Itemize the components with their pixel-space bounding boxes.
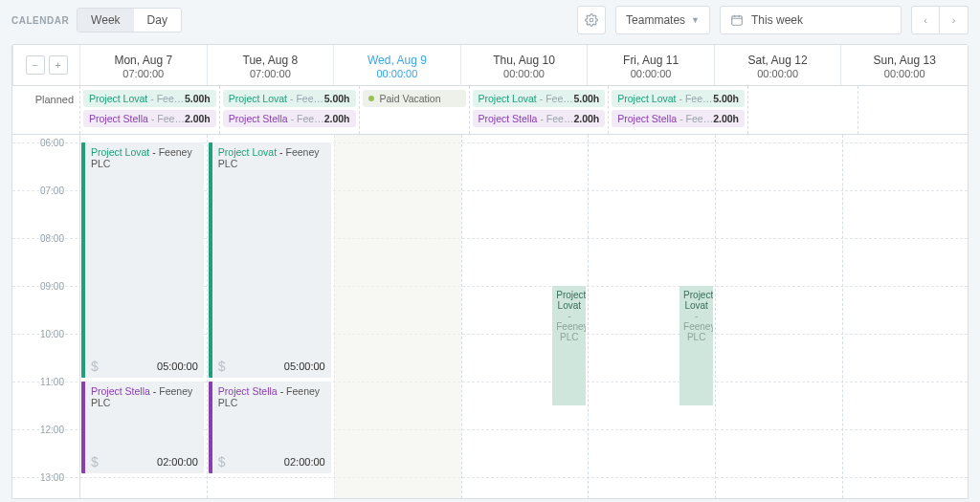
day-label: Thu, Aug 10 [465, 53, 584, 68]
zoom-controls: − + [12, 45, 79, 85]
chevron-left-icon: ‹ [924, 14, 927, 26]
status-dot-icon [368, 96, 374, 101]
day-label: Mon, Aug 7 [84, 53, 203, 68]
time-entry[interactable]: Project Lovat - Feeney PLC$05:00:00 [209, 142, 331, 378]
time-entry[interactable]: Project Stella - Feeney PLC$02:00:00 [209, 382, 331, 473]
chip-project: Project Stella [89, 113, 148, 124]
dollar-icon: $ [218, 454, 226, 469]
entry-project: Project Stella [218, 385, 278, 397]
chip-project: Project Stella [479, 113, 538, 124]
planned-fri[interactable]: Project Lovat - Fee…5.00hProject Stella … [608, 86, 747, 134]
planned-chip[interactable]: Paid Vacation [363, 90, 466, 107]
settings-button[interactable] [577, 6, 606, 34]
entry-footer: $05:00:00 [218, 359, 325, 374]
planned-chip[interactable]: Project Stella - Fee…2.00h [83, 110, 216, 127]
chip-project: Project Lovat [617, 93, 676, 104]
planned-label: Planned [12, 86, 79, 134]
plus-icon: + [55, 59, 60, 71]
next-range-button[interactable]: › [940, 6, 969, 34]
chip-hours: 2.00h [324, 113, 350, 124]
chip-hours: 2.00h [713, 113, 739, 124]
chip-hours: 5.00h [573, 93, 599, 104]
day-header-sat[interactable]: Sat, Aug 1200:00:00 [714, 45, 841, 85]
range-label: This week [751, 13, 803, 27]
planned-chip[interactable]: Project Stella - Fee…2.00h [612, 110, 745, 127]
hour-label: 10:00 [12, 329, 70, 339]
hour-label: 13:00 [12, 472, 70, 483]
day-header-fri[interactable]: Fri, Aug 1100:00:00 [587, 45, 714, 85]
chevron-down-icon: ▼ [691, 15, 700, 25]
planned-chip[interactable]: Project Lovat - Fee…5.00h [83, 90, 216, 107]
day-header-wed[interactable]: Wed, Aug 900:00:00 [333, 45, 460, 85]
hour-label: 06:00 [12, 138, 70, 148]
entry-project: ProjectLovat [683, 290, 709, 311]
planned-mon[interactable]: Project Lovat - Fee…5.00hProject Stella … [79, 86, 219, 134]
day-label: Sat, Aug 12 [719, 53, 837, 68]
chip-project: Project Stella [229, 113, 288, 124]
teammates-dropdown[interactable]: Teammates ▼ [615, 6, 710, 34]
planned-thu[interactable]: Project Lovat - Fee…5.00hProject Stella … [469, 86, 609, 134]
planned-block[interactable]: ProjectLovat-FeeneyPLC [679, 286, 713, 405]
dollar-icon: $ [218, 359, 226, 374]
time-entry[interactable]: Project Lovat - Feeney PLC$05:00:00 [81, 142, 204, 378]
chip-client: - Fee… [679, 113, 713, 124]
planned-block[interactable]: ProjectLovat-FeeneyPLC [552, 286, 586, 405]
chip-client: - Fee… [679, 93, 714, 104]
toolbar-left: CALENDAR Week Day [11, 8, 182, 33]
toolbar-right: Teammates ▼ This week ‹ › [577, 6, 969, 34]
date-range-picker[interactable]: This week [720, 6, 902, 34]
chip-hours: 5.00h [185, 93, 211, 104]
chip-client: - Fee… [540, 113, 573, 124]
day-hours: 00:00:00 [338, 68, 457, 79]
chip-client: - Fee… [151, 113, 185, 124]
planned-chip[interactable]: Project Lovat - Fee…5.00h [473, 90, 606, 107]
svg-rect-1 [732, 16, 743, 25]
dollar-icon: $ [91, 454, 99, 469]
day-header-sun[interactable]: Sun, Aug 1300:00:00 [840, 45, 968, 85]
planned-chip[interactable]: Project Stella - Fee…2.00h [223, 110, 356, 127]
day-label: Wed, Aug 9 [338, 53, 457, 68]
planned-sun[interactable] [858, 86, 968, 134]
planned-chip[interactable]: Project Lovat - Fee…5.00h [612, 90, 745, 107]
time-entry[interactable]: Project Stella - Feeney PLC$02:00:00 [81, 382, 204, 473]
day-hours: 07:00:00 [84, 68, 203, 79]
dollar-icon: $ [91, 359, 99, 374]
entry-duration: 02:00:00 [157, 456, 198, 468]
chip-hours: 5.00h [713, 93, 739, 104]
zoom-out-button[interactable]: − [26, 55, 45, 75]
teammates-label: Teammates [626, 13, 685, 27]
day-header-tue[interactable]: Tue, Aug 807:00:00 [207, 45, 334, 85]
entry-footer: $02:00:00 [91, 454, 198, 469]
day-hours: 07:00:00 [212, 68, 330, 79]
chip-project: Project Lovat [229, 93, 287, 104]
planned-wed[interactable]: Paid Vacation [359, 86, 469, 134]
planned-chip[interactable]: Project Stella - Fee…2.00h [473, 110, 606, 127]
chip-hours: 2.00h [573, 113, 599, 124]
prev-range-button[interactable]: ‹ [911, 6, 940, 34]
entry-footer: $05:00:00 [91, 359, 198, 374]
day-header-mon[interactable]: Mon, Aug 707:00:00 [79, 45, 207, 85]
planned-chip[interactable]: Project Lovat - Fee…5.00h [223, 90, 356, 107]
time-grid[interactable]: 06:0007:0008:0009:0010:0011:0012:0013:00… [12, 135, 968, 498]
day-header-thu[interactable]: Thu, Aug 1000:00:00 [460, 45, 588, 85]
chip-label: Paid Vacation [380, 93, 441, 104]
day-label: Sun, Aug 13 [845, 53, 964, 68]
view-day-button[interactable]: Day [134, 9, 181, 32]
entry-project: Project Lovat [218, 146, 277, 158]
planned-tue[interactable]: Project Lovat - Fee…5.00hProject Stella … [219, 86, 359, 134]
day-label: Fri, Aug 11 [591, 53, 710, 68]
minus-icon: − [32, 59, 37, 71]
entry-duration: 05:00:00 [157, 360, 198, 372]
calendar: − + Mon, Aug 707:00:00 Tue, Aug 807:00:0… [11, 44, 969, 499]
entry-project: Project Stella [91, 385, 150, 397]
zoom-in-button[interactable]: + [49, 55, 68, 75]
day-hours: 00:00:00 [465, 68, 584, 79]
day-label: Tue, Aug 8 [212, 53, 330, 68]
hour-label: 07:00 [12, 186, 70, 196]
calendar-icon [730, 13, 744, 27]
entry-client: FeeneyPLC [556, 321, 582, 342]
planned-sat[interactable] [747, 86, 858, 134]
entry-client: FeeneyPLC [683, 321, 709, 342]
allday-vacation-shade [334, 135, 461, 498]
view-week-button[interactable]: Week [78, 9, 133, 32]
